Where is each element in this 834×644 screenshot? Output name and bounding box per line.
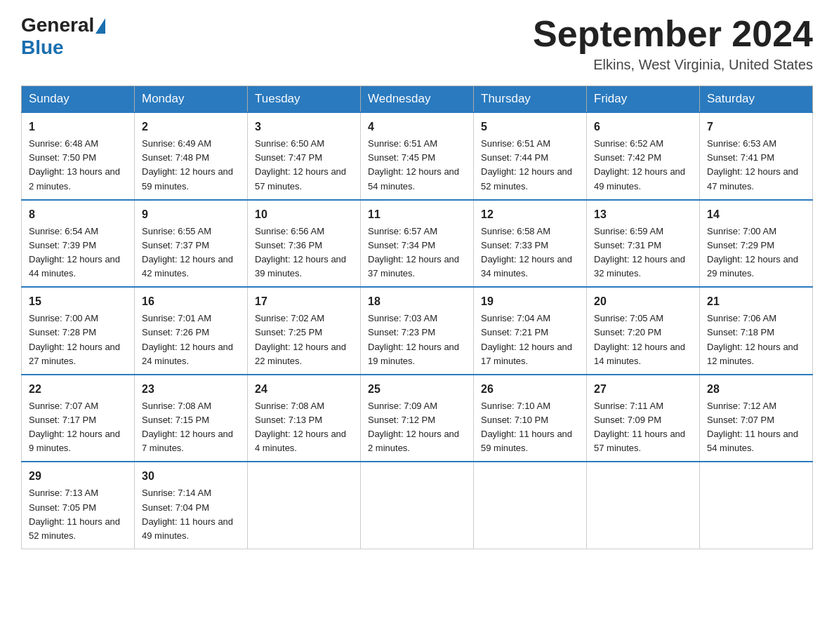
- day-info: Sunrise: 7:06 AMSunset: 7:18 PMDaylight:…: [707, 311, 805, 368]
- calendar-cell: 11Sunrise: 6:57 AMSunset: 7:34 PMDayligh…: [361, 200, 474, 288]
- calendar-cell: [361, 462, 474, 549]
- calendar-cell: 23Sunrise: 7:08 AMSunset: 7:15 PMDayligh…: [135, 375, 248, 462]
- calendar-cell: 2Sunrise: 6:49 AMSunset: 7:48 PMDaylight…: [135, 112, 248, 200]
- calendar-cell: 1Sunrise: 6:48 AMSunset: 7:50 PMDaylight…: [22, 112, 135, 200]
- calendar-cell: 26Sunrise: 7:10 AMSunset: 7:10 PMDayligh…: [474, 375, 587, 462]
- day-number: 11: [368, 206, 466, 223]
- weekday-header-saturday: Saturday: [700, 86, 813, 113]
- calendar-cell: 3Sunrise: 6:50 AMSunset: 7:47 PMDaylight…: [248, 112, 361, 200]
- calendar-cell: 5Sunrise: 6:51 AMSunset: 7:44 PMDaylight…: [474, 112, 587, 200]
- day-info: Sunrise: 7:08 AMSunset: 7:13 PMDaylight:…: [255, 399, 353, 456]
- calendar-cell: 16Sunrise: 7:01 AMSunset: 7:26 PMDayligh…: [135, 287, 248, 375]
- day-number: 28: [707, 381, 805, 398]
- day-number: 14: [707, 206, 805, 223]
- day-number: 23: [142, 381, 240, 398]
- day-number: 5: [481, 119, 579, 135]
- day-number: 17: [255, 293, 353, 310]
- day-info: Sunrise: 7:00 AMSunset: 7:29 PMDaylight:…: [707, 224, 805, 281]
- day-info: Sunrise: 6:49 AMSunset: 7:48 PMDaylight:…: [142, 137, 240, 194]
- calendar-week-row: 1Sunrise: 6:48 AMSunset: 7:50 PMDaylight…: [22, 112, 813, 200]
- calendar-week-row: 15Sunrise: 7:00 AMSunset: 7:28 PMDayligh…: [22, 287, 813, 375]
- day-info: Sunrise: 6:53 AMSunset: 7:41 PMDaylight:…: [707, 137, 805, 194]
- day-number: 12: [481, 206, 579, 223]
- day-number: 25: [368, 381, 466, 398]
- day-info: Sunrise: 6:50 AMSunset: 7:47 PMDaylight:…: [255, 137, 353, 194]
- weekday-header-tuesday: Tuesday: [248, 86, 361, 113]
- day-number: 16: [142, 293, 240, 310]
- calendar-cell: 24Sunrise: 7:08 AMSunset: 7:13 PMDayligh…: [248, 375, 361, 462]
- weekday-header-friday: Friday: [587, 86, 700, 113]
- day-info: Sunrise: 7:09 AMSunset: 7:12 PMDaylight:…: [368, 399, 466, 456]
- calendar-cell: [587, 462, 700, 549]
- title-block: September 2024 Elkins, West Virginia, Un…: [533, 14, 813, 73]
- calendar-cell: 17Sunrise: 7:02 AMSunset: 7:25 PMDayligh…: [248, 287, 361, 375]
- day-number: 8: [29, 206, 127, 223]
- day-number: 30: [142, 468, 240, 485]
- calendar-cell: 27Sunrise: 7:11 AMSunset: 7:09 PMDayligh…: [587, 375, 700, 462]
- day-info: Sunrise: 7:03 AMSunset: 7:23 PMDaylight:…: [368, 311, 466, 368]
- day-info: Sunrise: 6:52 AMSunset: 7:42 PMDaylight:…: [594, 137, 692, 194]
- calendar-cell: 4Sunrise: 6:51 AMSunset: 7:45 PMDaylight…: [361, 112, 474, 200]
- day-number: 7: [707, 119, 805, 135]
- weekday-header-row: SundayMondayTuesdayWednesdayThursdayFrid…: [22, 86, 813, 113]
- day-number: 18: [368, 293, 466, 310]
- calendar-cell: 10Sunrise: 6:56 AMSunset: 7:36 PMDayligh…: [248, 200, 361, 288]
- calendar-week-row: 8Sunrise: 6:54 AMSunset: 7:39 PMDaylight…: [22, 200, 813, 288]
- day-number: 6: [594, 119, 692, 135]
- day-info: Sunrise: 7:12 AMSunset: 7:07 PMDaylight:…: [707, 399, 805, 456]
- day-info: Sunrise: 7:08 AMSunset: 7:15 PMDaylight:…: [142, 399, 240, 456]
- calendar-cell: [248, 462, 361, 549]
- day-number: 24: [255, 381, 353, 398]
- day-number: 4: [368, 119, 466, 135]
- calendar-cell: 18Sunrise: 7:03 AMSunset: 7:23 PMDayligh…: [361, 287, 474, 375]
- location-subtitle: Elkins, West Virginia, United States: [533, 57, 813, 73]
- calendar-cell: 25Sunrise: 7:09 AMSunset: 7:12 PMDayligh…: [361, 375, 474, 462]
- calendar-cell: 9Sunrise: 6:55 AMSunset: 7:37 PMDaylight…: [135, 200, 248, 288]
- calendar-cell: [474, 462, 587, 549]
- calendar-cell: 22Sunrise: 7:07 AMSunset: 7:17 PMDayligh…: [22, 375, 135, 462]
- calendar-cell: 12Sunrise: 6:58 AMSunset: 7:33 PMDayligh…: [474, 200, 587, 288]
- day-info: Sunrise: 6:55 AMSunset: 7:37 PMDaylight:…: [142, 224, 240, 281]
- calendar-cell: 6Sunrise: 6:52 AMSunset: 7:42 PMDaylight…: [587, 112, 700, 200]
- day-number: 27: [594, 381, 692, 398]
- calendar-week-row: 22Sunrise: 7:07 AMSunset: 7:17 PMDayligh…: [22, 375, 813, 462]
- calendar-cell: 19Sunrise: 7:04 AMSunset: 7:21 PMDayligh…: [474, 287, 587, 375]
- day-info: Sunrise: 6:56 AMSunset: 7:36 PMDaylight:…: [255, 224, 353, 281]
- day-info: Sunrise: 7:04 AMSunset: 7:21 PMDaylight:…: [481, 311, 579, 368]
- day-number: 1: [29, 119, 127, 135]
- calendar-cell: 14Sunrise: 7:00 AMSunset: 7:29 PMDayligh…: [700, 200, 813, 288]
- day-number: 2: [142, 119, 240, 135]
- calendar-cell: 8Sunrise: 6:54 AMSunset: 7:39 PMDaylight…: [22, 200, 135, 288]
- calendar-cell: 15Sunrise: 7:00 AMSunset: 7:28 PMDayligh…: [22, 287, 135, 375]
- day-info: Sunrise: 7:02 AMSunset: 7:25 PMDaylight:…: [255, 311, 353, 368]
- day-info: Sunrise: 7:07 AMSunset: 7:17 PMDaylight:…: [29, 399, 127, 456]
- day-number: 22: [29, 381, 127, 398]
- day-info: Sunrise: 6:48 AMSunset: 7:50 PMDaylight:…: [29, 137, 127, 194]
- day-info: Sunrise: 7:00 AMSunset: 7:28 PMDaylight:…: [29, 311, 127, 368]
- day-info: Sunrise: 7:13 AMSunset: 7:05 PMDaylight:…: [29, 486, 127, 543]
- day-info: Sunrise: 7:11 AMSunset: 7:09 PMDaylight:…: [594, 399, 692, 456]
- weekday-header-sunday: Sunday: [22, 86, 135, 113]
- day-info: Sunrise: 6:58 AMSunset: 7:33 PMDaylight:…: [481, 224, 579, 281]
- day-info: Sunrise: 6:51 AMSunset: 7:45 PMDaylight:…: [368, 137, 466, 194]
- day-info: Sunrise: 7:01 AMSunset: 7:26 PMDaylight:…: [142, 311, 240, 368]
- logo-text-general: General: [21, 14, 94, 36]
- weekday-header-monday: Monday: [135, 86, 248, 113]
- calendar-cell: 29Sunrise: 7:13 AMSunset: 7:05 PMDayligh…: [22, 462, 135, 549]
- weekday-header-wednesday: Wednesday: [361, 86, 474, 113]
- day-info: Sunrise: 6:51 AMSunset: 7:44 PMDaylight:…: [481, 137, 579, 194]
- logo-text-blue: Blue: [21, 36, 64, 59]
- calendar-cell: 28Sunrise: 7:12 AMSunset: 7:07 PMDayligh…: [700, 375, 813, 462]
- calendar-cell: 7Sunrise: 6:53 AMSunset: 7:41 PMDaylight…: [700, 112, 813, 200]
- calendar-cell: 21Sunrise: 7:06 AMSunset: 7:18 PMDayligh…: [700, 287, 813, 375]
- day-info: Sunrise: 6:59 AMSunset: 7:31 PMDaylight:…: [594, 224, 692, 281]
- day-number: 19: [481, 293, 579, 310]
- weekday-header-thursday: Thursday: [474, 86, 587, 113]
- day-number: 3: [255, 119, 353, 135]
- calendar-cell: 20Sunrise: 7:05 AMSunset: 7:20 PMDayligh…: [587, 287, 700, 375]
- calendar-table: SundayMondayTuesdayWednesdayThursdayFrid…: [21, 86, 813, 549]
- logo-triangle-icon: [95, 18, 105, 34]
- day-info: Sunrise: 7:10 AMSunset: 7:10 PMDaylight:…: [481, 399, 579, 456]
- calendar-cell: [700, 462, 813, 549]
- calendar-week-row: 29Sunrise: 7:13 AMSunset: 7:05 PMDayligh…: [22, 462, 813, 549]
